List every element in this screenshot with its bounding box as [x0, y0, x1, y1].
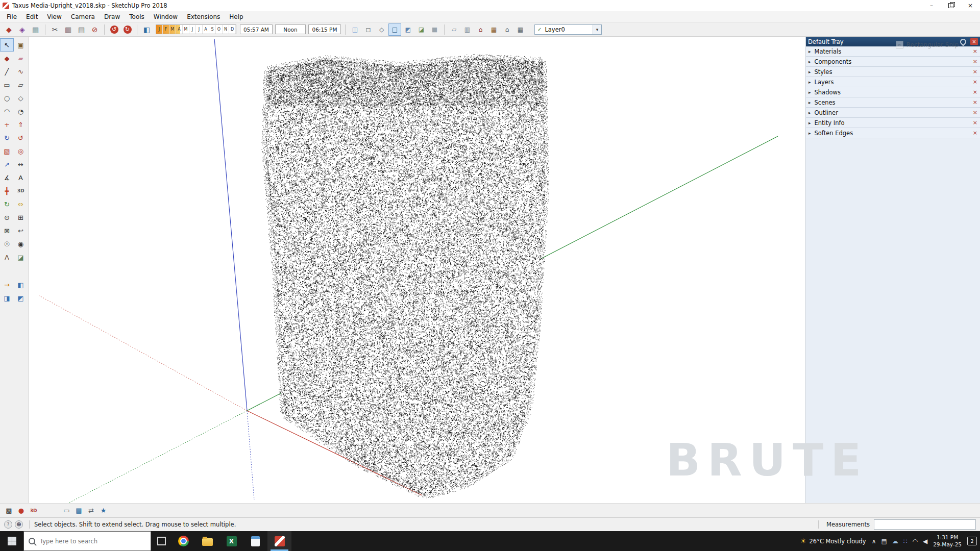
weather-widget[interactable]: ☀ 26°C Mostly cloudy: [800, 537, 866, 545]
menu-camera[interactable]: Camera: [66, 11, 100, 22]
axes-tool[interactable]: ╋: [0, 184, 14, 197]
tray-section-scenes[interactable]: ▸Scenes×: [806, 97, 980, 108]
task-view-button[interactable]: [151, 531, 172, 551]
tray-section-outliner[interactable]: ▸Outliner×: [806, 108, 980, 118]
shadow-time-end-field[interactable]: 06:15 PM: [308, 24, 341, 34]
close-button[interactable]: ×: [961, 0, 980, 11]
close-icon[interactable]: ×: [973, 68, 977, 75]
sketchup-taskbar-button[interactable]: [267, 531, 291, 551]
move-tool[interactable]: +: [0, 118, 14, 131]
copy-button[interactable]: ▥: [62, 23, 75, 36]
walk-tool[interactable]: Λ: [0, 251, 14, 264]
close-icon[interactable]: ×: [973, 48, 977, 55]
top-view-button[interactable]: ◩: [14, 291, 28, 305]
zoom-window-tool[interactable]: ⊞: [14, 211, 28, 224]
scene-transition-button[interactable]: ⇄: [85, 505, 97, 516]
shadows-toggle[interactable]: ◧: [140, 23, 153, 36]
volume-icon[interactable]: ◀: [923, 538, 927, 544]
circle-tool[interactable]: ○: [0, 91, 14, 105]
section-cut-toggle[interactable]: ▥: [461, 23, 474, 36]
expand-arrow-icon[interactable]: ▸: [808, 110, 811, 115]
home-view-button[interactable]: ⌂: [501, 23, 513, 36]
taskbar-clock[interactable]: 1:31 PM 29-May-25: [933, 534, 962, 548]
wireframe-style-button[interactable]: ◇: [375, 23, 388, 36]
file-explorer-taskbar-button[interactable]: [195, 531, 219, 551]
tray-section-layers[interactable]: ▸Layers×: [806, 77, 980, 87]
front-view-button[interactable]: ◨: [0, 291, 14, 305]
rectangle-tool[interactable]: ▭: [0, 78, 14, 91]
offset-tool[interactable]: ◎: [14, 144, 28, 158]
user-icon[interactable]: ☻: [15, 520, 23, 529]
pan-tool[interactable]: ⇔: [14, 197, 28, 211]
effects-button[interactable]: ★: [97, 505, 109, 516]
menu-tools[interactable]: Tools: [125, 11, 149, 22]
monochrome-style-button[interactable]: ■: [428, 23, 441, 36]
undo-button[interactable]: ↺: [108, 23, 120, 36]
animation-export-button[interactable]: ▭: [61, 505, 72, 516]
tray-close-button[interactable]: ×: [970, 38, 978, 45]
model-viewport[interactable]: [29, 37, 805, 503]
redo-button[interactable]: ↻: [121, 23, 134, 36]
previous-view-tool[interactable]: ↩: [14, 224, 28, 237]
measurements-input[interactable]: [874, 519, 976, 530]
position-camera-tool[interactable]: ☉: [0, 237, 14, 251]
rotated-rectangle-tool[interactable]: ▱: [14, 78, 28, 91]
export-arrow-button[interactable]: →: [0, 278, 14, 291]
menu-window[interactable]: Window: [149, 11, 182, 22]
paint-bucket-tool[interactable]: ◆: [0, 52, 14, 65]
tray-section-styles[interactable]: ▸Styles×: [806, 67, 980, 77]
chrome-taskbar-button[interactable]: [172, 531, 195, 551]
extension-warehouse-button[interactable]: ▦: [487, 23, 500, 36]
menu-edit[interactable]: Edit: [21, 11, 42, 22]
close-icon[interactable]: ×: [973, 130, 977, 136]
layer-dropdown[interactable]: ✓ Layer0 ▾: [534, 24, 602, 35]
orbit-tool[interactable]: ↻: [0, 197, 14, 211]
close-icon[interactable]: ×: [973, 89, 977, 95]
scale-tool[interactable]: ▧: [0, 144, 14, 158]
menu-draw[interactable]: Draw: [100, 11, 125, 22]
tray-section-shadows[interactable]: ▸Shadows×: [806, 87, 980, 97]
paste-button[interactable]: ▤: [75, 23, 88, 36]
help-icon[interactable]: ?: [4, 520, 12, 529]
arc-tool[interactable]: ◠: [0, 105, 14, 118]
shadow-date-slider[interactable]: JFMAMJJASOND: [156, 24, 236, 34]
text-tool[interactable]: A: [14, 171, 28, 184]
section-plane-toggle[interactable]: ▱: [448, 23, 460, 36]
plugin-button-c[interactable]: 3D: [28, 505, 39, 516]
hidden-icons-chevron[interactable]: ∧: [872, 538, 876, 544]
monitor-button[interactable]: ▤: [73, 505, 85, 516]
iso-view-button[interactable]: ◧: [14, 278, 28, 291]
shaded-textures-style-button[interactable]: ◪: [415, 23, 428, 36]
text-editor-taskbar-button[interactable]: [243, 531, 267, 551]
select-tool[interactable]: ↖: [0, 38, 14, 52]
menu-extensions[interactable]: Extensions: [182, 11, 225, 22]
zoom-tool[interactable]: ⊙: [0, 211, 14, 224]
make-component-tool[interactable]: ▣: [14, 38, 28, 52]
menu-view[interactable]: View: [42, 11, 66, 22]
menu-help[interactable]: Help: [225, 11, 248, 22]
freehand-tool[interactable]: ∿: [14, 65, 28, 78]
save-button[interactable]: ▦: [29, 23, 42, 36]
tray-section-soften-edges[interactable]: ▸Soften Edges×: [806, 128, 980, 138]
line-tool[interactable]: ╱: [0, 65, 14, 78]
push-pull-tool[interactable]: ⇑: [14, 118, 28, 131]
shadow-time-start-field[interactable]: 05:57 AM: [240, 24, 273, 34]
expand-arrow-icon[interactable]: ▸: [808, 69, 811, 74]
taxus-shrub-model[interactable]: [29, 37, 805, 503]
xray-style-button[interactable]: ◫: [349, 23, 361, 36]
taskbar-search[interactable]: [23, 531, 151, 551]
hidden-line-style-button[interactable]: □: [388, 23, 401, 36]
pie-tool[interactable]: ◔: [14, 105, 28, 118]
shaded-style-button[interactable]: ◩: [402, 23, 414, 36]
rotate-tool[interactable]: ↻: [0, 131, 14, 144]
menu-file[interactable]: File: [2, 11, 21, 22]
erase-button[interactable]: ⊘: [88, 23, 101, 36]
pin-icon[interactable]: [959, 37, 968, 46]
plugin-button-b[interactable]: ●: [15, 505, 27, 516]
plugin-button-a[interactable]: ▩: [3, 505, 15, 516]
chevron-down-icon[interactable]: ▾: [593, 25, 601, 34]
warehouse-button[interactable]: ⌂: [474, 23, 487, 36]
close-icon[interactable]: ×: [973, 99, 977, 106]
expand-arrow-icon[interactable]: ▸: [808, 120, 811, 126]
close-icon[interactable]: ×: [973, 58, 977, 65]
